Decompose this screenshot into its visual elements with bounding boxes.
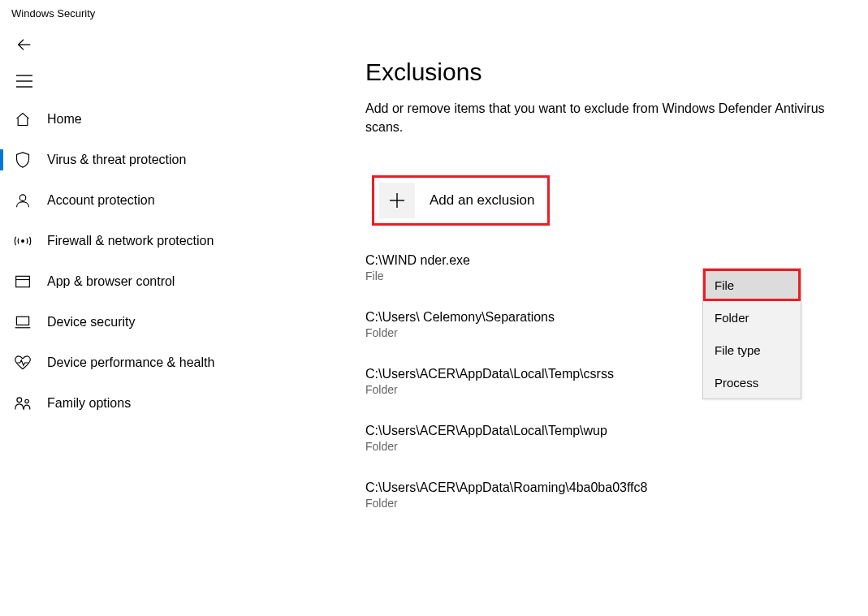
dropdown-item-file[interactable]: File xyxy=(703,269,801,301)
exclusion-item[interactable]: C:\Users\ACER\AppData\Local\Temp\wup Fol… xyxy=(365,424,849,453)
page-title: Exclusions xyxy=(365,58,849,86)
sidebar-item-firewall[interactable]: Firewall & network protection xyxy=(0,221,284,261)
main-content: Exclusions Add or remove items that you … xyxy=(284,99,868,524)
dropdown-item-filetype[interactable]: File type xyxy=(703,334,801,366)
hamburger-icon xyxy=(16,75,32,88)
exclusion-kind: Folder xyxy=(365,440,849,453)
exclusion-path: C:\Users\ACER\AppData\Roaming\4ba0ba03ff… xyxy=(365,480,849,495)
dropdown-item-process[interactable]: Process xyxy=(703,366,801,398)
svg-point-4 xyxy=(19,195,26,201)
sidebar-item-label: Firewall & network protection xyxy=(47,234,214,248)
page-description: Add or remove items that you want to exc… xyxy=(365,99,844,136)
sidebar-item-label: Family options xyxy=(47,396,131,411)
exclusion-type-dropdown: File Folder File type Process xyxy=(702,268,801,399)
exclusion-path: C:\WIND nder.exe xyxy=(365,253,849,268)
app-title: Windows Security xyxy=(11,7,95,19)
sidebar-item-account[interactable]: Account protection xyxy=(0,180,284,221)
svg-point-9 xyxy=(17,398,22,403)
dropdown-item-label: Process xyxy=(715,376,758,390)
dropdown-item-label: Folder xyxy=(715,311,749,325)
add-exclusion-button[interactable]: Add an exclusion xyxy=(372,175,550,226)
dropdown-item-label: File xyxy=(715,278,734,292)
svg-point-5 xyxy=(22,240,24,243)
sidebar-item-home[interactable]: Home xyxy=(0,99,284,140)
exclusion-item[interactable]: C:\Users\ACER\AppData\Roaming\4ba0ba03ff… xyxy=(365,480,849,510)
svg-rect-8 xyxy=(16,317,28,325)
family-icon xyxy=(13,394,32,413)
signal-icon xyxy=(13,231,32,251)
plus-icon xyxy=(379,183,415,218)
dropdown-item-label: File type xyxy=(715,343,761,357)
svg-rect-6 xyxy=(16,276,30,286)
heart-icon xyxy=(13,353,32,373)
window-icon xyxy=(13,272,32,291)
add-exclusion-label: Add an exclusion xyxy=(430,192,534,209)
svg-point-10 xyxy=(25,399,28,403)
sidebar-item-device-performance[interactable]: Device performance & health xyxy=(0,342,284,383)
sidebar-item-label: Account protection xyxy=(47,193,155,208)
sidebar-item-label: Home xyxy=(47,112,82,127)
sidebar-item-device-security[interactable]: Device security xyxy=(0,302,284,342)
arrow-left-icon xyxy=(15,36,33,54)
sidebar-item-virus-threat[interactable]: Virus & threat protection xyxy=(0,140,284,180)
sidebar-item-app-browser[interactable]: App & browser control xyxy=(0,261,284,302)
back-button[interactable] xyxy=(13,33,36,56)
sidebar: Home Virus & threat protection Account p… xyxy=(0,99,284,524)
sidebar-item-label: Device security xyxy=(47,315,135,330)
menu-toggle-button[interactable] xyxy=(13,70,36,93)
person-icon xyxy=(13,191,32,210)
sidebar-item-label: Device performance & health xyxy=(47,355,214,370)
shield-icon xyxy=(13,150,32,170)
sidebar-item-family[interactable]: Family options xyxy=(0,383,284,424)
exclusion-path: C:\Users\ACER\AppData\Local\Temp\wup xyxy=(365,424,849,438)
sidebar-item-label: App & browser control xyxy=(47,274,175,289)
exclusion-kind: Folder xyxy=(365,497,849,510)
window-titlebar: Windows Security xyxy=(0,0,868,26)
dropdown-item-folder[interactable]: Folder xyxy=(703,301,801,334)
sidebar-item-label: Virus & threat protection xyxy=(47,153,186,167)
laptop-icon xyxy=(13,312,32,332)
home-icon xyxy=(13,110,32,129)
